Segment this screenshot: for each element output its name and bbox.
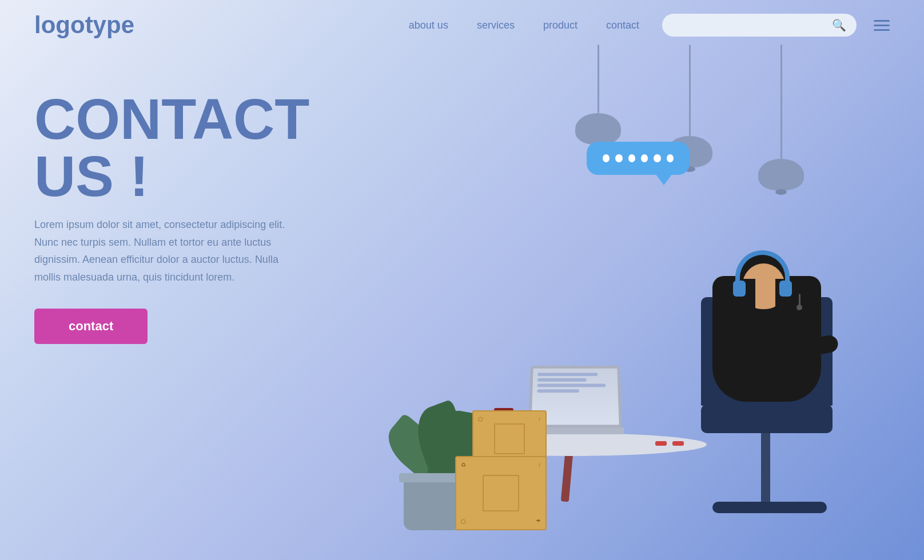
box-large: ♻ ↑ ⬡ ☂ [455, 456, 547, 530]
desk-scene: ⬡ ↑ ♻ ☂ ♻ ↑ ⬡ ☂ [364, 187, 878, 559]
contact-button[interactable]: contact [34, 309, 148, 344]
chat-dot-6 [667, 154, 674, 162]
chat-dot-3 [628, 154, 635, 162]
chat-bubble [587, 142, 690, 175]
main-content: CONTACT US ! Lorem ipsum dolor sit amet,… [0, 50, 924, 560]
chair-seat [701, 405, 833, 433]
main-nav: about us services product contact [409, 19, 639, 31]
plant-pot [404, 479, 461, 530]
table-marker-4 [655, 441, 667, 446]
hamburger-menu[interactable] [874, 20, 890, 31]
microphone [799, 294, 800, 308]
head [738, 253, 790, 310]
laptop-line-3 [537, 384, 606, 387]
box-icon-fragile-tr: ↑ [538, 416, 541, 422]
laptop-line-2 [537, 378, 587, 382]
nav-product[interactable]: product [543, 19, 578, 31]
boxes: ⬡ ↑ ♻ ☂ ♻ ↑ ⬡ ☂ [455, 456, 547, 530]
menu-line-3 [874, 29, 890, 31]
nav-about[interactable]: about us [409, 19, 448, 31]
chat-dots [603, 154, 674, 162]
illustration: ⬡ ↑ ♻ ☂ ♻ ↑ ⬡ ☂ [309, 73, 890, 542]
hero-description: Lorem ipsum dolor sit amet, consectetur … [34, 216, 286, 286]
search-input[interactable] [672, 20, 832, 30]
lamp-shade-3 [758, 159, 804, 190]
laptop-line-1 [537, 373, 598, 376]
menu-line-1 [874, 20, 890, 22]
lamp-wire-1 [598, 45, 599, 113]
headphone-band [735, 250, 790, 282]
title-line2: US ! [34, 147, 309, 205]
person-body [707, 253, 833, 402]
chair-pole [761, 433, 770, 502]
chair-base [712, 502, 827, 513]
box-large-icon-tl: ♻ [461, 462, 466, 468]
chat-dot-1 [603, 154, 610, 162]
headphone-ear-right [779, 281, 792, 297]
laptop-line-4 [537, 389, 579, 393]
menu-line-2 [874, 25, 890, 26]
chat-dot-4 [641, 154, 648, 162]
hero-left: CONTACT US ! Lorem ipsum dolor sit amet,… [34, 73, 309, 344]
title-line1: CONTACT [34, 90, 309, 147]
lamp-wire-3 [780, 45, 782, 159]
person [678, 193, 861, 513]
box-large-icon-br: ☂ [536, 518, 541, 525]
nav-services[interactable]: services [477, 19, 515, 31]
chat-dot-5 [654, 154, 660, 162]
hero-title: CONTACT US ! [34, 90, 309, 205]
headphone-ear-left [733, 281, 746, 297]
search-icon[interactable]: 🔍 [832, 18, 846, 32]
box-large-icon-tr: ↑ [538, 462, 541, 468]
search-bar[interactable]: 🔍 [662, 14, 857, 37]
nav-contact[interactable]: contact [606, 19, 639, 31]
header: logotype about us services product conta… [0, 0, 924, 50]
lamp-3 [758, 45, 804, 190]
logo: logotype [34, 11, 134, 39]
lamp-wire-2 [689, 45, 691, 136]
box-large-icon-bl: ⬡ [461, 518, 466, 525]
box-icon-fragile-tl: ⬡ [478, 416, 483, 422]
chat-dot-2 [615, 154, 622, 162]
lamp-shade-1 [575, 113, 621, 145]
